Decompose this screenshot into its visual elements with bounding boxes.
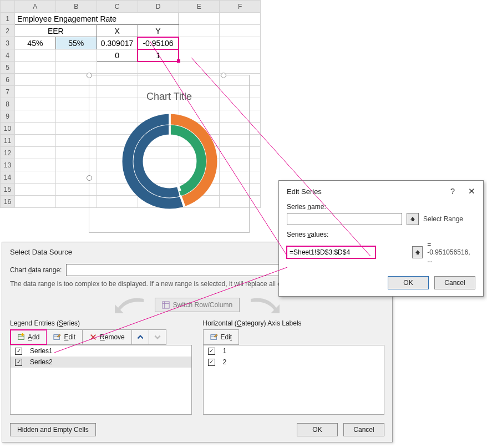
category-axis-header: Horizontal (Category) Axis Labels (203, 319, 385, 327)
edit-series-dialog: Edit Series ? ✕ Series name: Select Rang… (278, 180, 484, 297)
donut-chart[interactable] (117, 109, 222, 214)
hidden-empty-label: Hidden and Empty Cells (17, 426, 89, 434)
cell-D2[interactable]: Y (138, 25, 179, 37)
row-header-5[interactable]: 5 (1, 62, 15, 74)
edit-categories-button[interactable]: Edit (204, 330, 239, 344)
cell-C3[interactable]: 0.309017 (97, 37, 138, 49)
category-name: 1 (223, 347, 227, 355)
row-header-3[interactable]: 3 (1, 37, 15, 49)
row-header-11[interactable]: 11 (1, 135, 15, 147)
cell-E2[interactable] (179, 25, 220, 37)
series-checkbox[interactable]: ✓ (15, 359, 22, 366)
cell-F1[interactable] (220, 13, 261, 25)
chart-title[interactable]: Chart Title (89, 91, 249, 103)
cell-A1[interactable]: Employee Engagement Rate (14, 13, 179, 25)
range-picker-button[interactable] (407, 213, 419, 225)
collapse-dialog-icon (414, 249, 421, 256)
series-name-hint: Select Range (423, 215, 463, 223)
row-header-4[interactable]: 4 (1, 49, 15, 62)
series-row[interactable]: ✓ Series2 (11, 357, 191, 368)
cell-A2B2[interactable]: EER (14, 25, 97, 37)
row-header-12[interactable]: 12 (1, 147, 15, 159)
edit-icon (210, 333, 218, 341)
cell-E4[interactable] (179, 49, 220, 62)
remove-icon (89, 333, 97, 341)
chart-data-range-label: Chart data range: (10, 266, 62, 274)
edit-label: Edit (221, 333, 232, 341)
cell-A4[interactable] (14, 49, 55, 62)
edit-series-button[interactable]: Edit (47, 330, 83, 344)
cancel-button[interactable]: Cancel (434, 276, 475, 289)
row-header-13[interactable]: 13 (1, 159, 15, 171)
row-header-14[interactable]: 14 (1, 171, 15, 184)
cell-D4[interactable]: 1 (138, 49, 179, 62)
row-header-16[interactable]: 16 (1, 196, 15, 208)
cell-C4[interactable]: 0 (97, 49, 138, 62)
cell-B4[interactable] (55, 49, 97, 62)
chart-resize-handle[interactable] (87, 175, 92, 181)
svg-rect-8 (163, 302, 169, 308)
swap-arrow-right-icon (245, 296, 284, 314)
row-header-9[interactable]: 9 (1, 110, 15, 123)
range-picker-button[interactable] (412, 246, 423, 258)
move-down-button (149, 330, 166, 344)
cell-D3[interactable]: -0.95106 (138, 37, 179, 49)
cell-A3[interactable]: 45% (14, 37, 55, 49)
series-name-input[interactable] (287, 213, 402, 225)
chart-resize-handle[interactable] (221, 73, 226, 78)
series-name-label: Series name: (287, 203, 475, 211)
category-checkbox[interactable]: ✓ (208, 359, 215, 366)
remove-label: Remove (100, 333, 125, 341)
cancel-button[interactable]: Cancel (343, 423, 384, 436)
remove-series-button[interactable]: Remove (83, 330, 132, 344)
category-row[interactable]: ✓ 2 (204, 357, 384, 368)
col-header-C[interactable]: C (97, 1, 138, 13)
ok-button[interactable]: OK (297, 423, 338, 436)
row-header-15[interactable]: 15 (1, 184, 15, 196)
category-name: 2 (223, 358, 227, 366)
cell-E3[interactable] (179, 37, 220, 49)
row-header-8[interactable]: 8 (1, 98, 15, 110)
category-checkbox[interactable]: ✓ (208, 348, 215, 355)
cell-E1[interactable] (179, 13, 220, 25)
svg-rect-9 (18, 335, 24, 340)
series-values-label: Series values: (287, 231, 475, 238)
select-all-corner[interactable] (1, 1, 15, 13)
series-values-input[interactable] (287, 246, 376, 258)
series-row[interactable]: ✓ Series1 (11, 345, 191, 357)
col-header-F[interactable]: F (220, 1, 261, 13)
help-icon[interactable]: ? (450, 186, 455, 196)
cell-C2[interactable]: X (97, 25, 138, 37)
row-header-1[interactable]: 1 (1, 13, 15, 25)
category-row[interactable]: ✓ 1 (204, 345, 384, 357)
cell-B3[interactable]: 55% (55, 37, 97, 49)
col-header-A[interactable]: A (14, 1, 55, 13)
series-name: Series1 (30, 347, 53, 355)
close-icon[interactable]: ✕ (468, 186, 475, 196)
col-header-D[interactable]: D (138, 1, 179, 13)
add-series-button[interactable]: Add (11, 330, 47, 344)
cell-F2[interactable] (220, 25, 261, 37)
switch-label: Switch Row/Column (173, 301, 232, 309)
row-header-7[interactable]: 7 (1, 86, 15, 98)
move-up-button[interactable] (132, 330, 149, 344)
col-header-E[interactable]: E (179, 1, 220, 13)
col-header-B[interactable]: B (55, 1, 97, 13)
ok-button[interactable]: OK (388, 276, 429, 289)
series-values-hint: = -0.951056516, ... (427, 241, 475, 264)
add-label: Add (28, 333, 39, 341)
row-header-6[interactable]: 6 (1, 74, 15, 86)
row-header-10[interactable]: 10 (1, 123, 15, 135)
switch-row-column-button: Switch Row/Column (155, 298, 240, 312)
hidden-empty-cells-button[interactable]: Hidden and Empty Cells (10, 423, 96, 436)
categories-listbox[interactable]: ✓ 1 ✓ 2 (203, 345, 385, 415)
chart-resize-handle[interactable] (87, 73, 92, 78)
cell-F4[interactable] (220, 49, 261, 62)
series-checkbox[interactable]: ✓ (15, 348, 22, 355)
cell-F3[interactable] (220, 37, 261, 49)
series-listbox[interactable]: ✓ Series1 ✓ Series2 (10, 345, 192, 415)
chevron-down-icon (154, 333, 161, 341)
collapse-dialog-icon (409, 216, 416, 222)
row-header-2[interactable]: 2 (1, 25, 15, 37)
embedded-chart[interactable]: Chart Title (89, 75, 250, 233)
